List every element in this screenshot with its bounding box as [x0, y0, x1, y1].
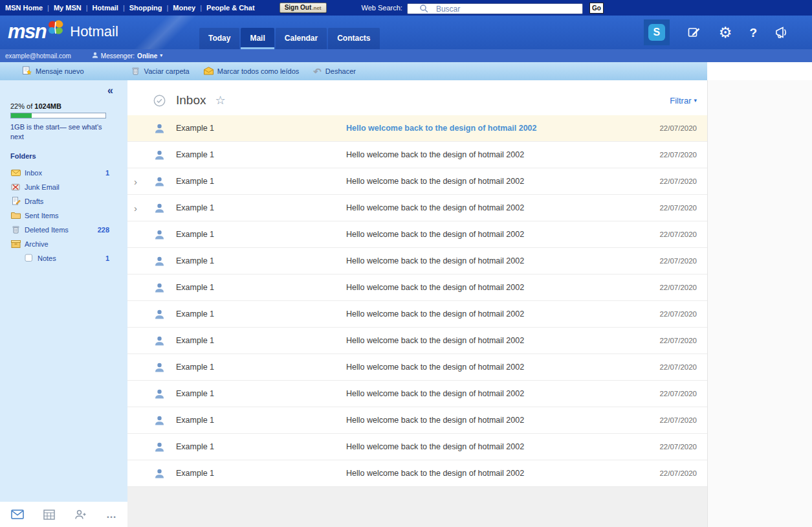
envelope-icon — [204, 67, 214, 76]
message-subject[interactable]: Hello welcome back to the design of hotm… — [346, 283, 632, 292]
filter-dropdown[interactable]: Filtrar ▾ — [670, 96, 697, 106]
select-all-checkbox[interactable] — [149, 95, 169, 107]
message-sender: Example 1 — [169, 309, 346, 319]
message-date: 22/07/2020 — [632, 230, 697, 238]
message-sender: Example 1 — [169, 177, 346, 186]
sidebar-folder-inbox[interactable]: Inbox 1 — [10, 166, 127, 180]
mark-all-read-button[interactable]: Marcar todos como leídos — [204, 67, 300, 76]
sidebar-folder-junk[interactable]: Junk Email — [10, 180, 127, 194]
message-sender: Example 1 — [169, 363, 346, 372]
folder-label: Drafts — [25, 197, 43, 205]
message-row[interactable]: › Example 1 Hello welcome back to the de… — [127, 195, 707, 221]
collapse-sidebar-icon[interactable]: « — [107, 85, 113, 96]
sidebar-folder-archive[interactable]: Archive — [10, 237, 127, 251]
message-row[interactable]: Example 1 Hello welcome back to the desi… — [127, 434, 707, 460]
message-row[interactable]: › Example 1 Hello welcome back to the de… — [127, 168, 707, 195]
new-message-button[interactable]: Mensaje nuevo — [22, 66, 84, 76]
expander-chevron-icon[interactable]: › — [134, 203, 149, 213]
mail-dock-icon[interactable] — [11, 510, 24, 520]
message-subject[interactable]: Hello welcome back to the design of hotm… — [346, 336, 632, 345]
message-row[interactable]: Example 1 Hello welcome back to the desi… — [127, 407, 707, 434]
message-subject[interactable]: Hello welcome back to the design of hotm… — [346, 442, 632, 451]
deleted-items-icon — [10, 225, 21, 234]
message-date: 22/07/2020 — [632, 337, 697, 344]
sender-avatar-icon — [149, 282, 169, 293]
new-message-label: Mensaje nuevo — [36, 67, 84, 75]
message-date: 22/07/2020 — [632, 124, 697, 132]
topnav-link-people-chat[interactable]: People & Chat — [206, 4, 255, 12]
message-subject[interactable]: Hello welcome back to the design of hotm… — [346, 309, 632, 319]
archive-icon — [10, 240, 21, 248]
message-subject[interactable]: Hello welcome back to the design of hotm… — [346, 230, 632, 239]
skype-icon[interactable]: S — [644, 19, 670, 45]
inbox-header: Inbox ☆ Filtrar ▾ — [127, 85, 707, 115]
message-subject[interactable]: Hello welcome back to the design of hotm… — [346, 363, 632, 372]
go-button[interactable]: Go — [589, 3, 604, 14]
gear-icon[interactable]: ⚙ — [719, 25, 732, 40]
folder-label: Inbox — [25, 169, 42, 177]
folder-count: 1 — [105, 169, 109, 177]
message-sender: Example 1 — [169, 150, 346, 159]
tab-today[interactable]: Today — [199, 28, 239, 49]
feedback-megaphone-icon[interactable] — [774, 26, 790, 39]
topnav-link-shopping[interactable]: Shopping — [129, 4, 162, 12]
messenger-status-control[interactable]: Messenger: Online ▾ — [92, 52, 162, 60]
undo-button[interactable]: ↶ Deshacer — [313, 67, 356, 76]
message-date: 22/07/2020 — [632, 257, 697, 265]
compose-icon[interactable] — [687, 25, 701, 39]
message-subject[interactable]: Hello welcome back to the design of hotm… — [346, 469, 632, 478]
contacts-dock-icon[interactable] — [74, 510, 87, 520]
topnav-link-money[interactable]: Money — [173, 4, 195, 12]
more-options-icon[interactable]: … — [106, 510, 116, 520]
message-row[interactable]: Example 1 Hello welcome back to the desi… — [127, 115, 707, 142]
message-row[interactable]: Example 1 Hello welcome back to the desi… — [127, 328, 707, 354]
tab-contacts[interactable]: Contacts — [328, 28, 379, 49]
sidebar-folder-notes[interactable]: Notes 1 — [10, 251, 127, 265]
message-row[interactable]: Example 1 Hello welcome back to the desi… — [127, 248, 707, 275]
calendar-dock-icon[interactable] — [43, 509, 55, 520]
sender-avatar-icon — [149, 176, 169, 187]
sidebar: « 22% of 1024MB 1GB is the start— see wh… — [0, 80, 127, 502]
topnav-link-hotmail[interactable]: Hotmail — [93, 4, 118, 12]
message-row[interactable]: Example 1 Hello welcome back to the desi… — [127, 142, 707, 168]
sidebar-folder-deleted[interactable]: Deleted Items 228 — [10, 223, 127, 237]
message-row[interactable]: Example 1 Hello welcome back to the desi… — [127, 221, 707, 248]
message-subject[interactable]: Hello welcome back to the design of hotm… — [346, 203, 632, 212]
folder-count: 1 — [105, 254, 109, 262]
message-row[interactable]: Example 1 Hello welcome back to the desi… — [127, 301, 707, 328]
message-subject[interactable]: Hello welcome back to the design of hotm… — [346, 150, 632, 159]
message-subject[interactable]: Hello welcome back to the design of hotm… — [346, 416, 632, 425]
separator: | — [86, 4, 88, 12]
message-subject[interactable]: Hello welcome back to the design of hotm… — [346, 389, 632, 398]
message-subject[interactable]: Hello welcome back to the design of hotm… — [346, 256, 632, 265]
star-icon[interactable]: ☆ — [215, 95, 225, 106]
sender-avatar-icon — [149, 229, 169, 240]
drafts-icon — [10, 197, 21, 205]
msn-hotmail-logo: msn Hotmail — [8, 20, 118, 43]
search-input[interactable] — [407, 3, 583, 14]
web-search: Web Search: Go — [362, 3, 604, 14]
folder-label: Archive — [25, 240, 49, 248]
sender-avatar-icon — [149, 150, 169, 161]
message-row[interactable]: Example 1 Hello welcome back to the desi… — [127, 460, 707, 487]
empty-folder-button[interactable]: Vaciar carpeta — [131, 67, 190, 76]
storage-used-text: 22% of — [10, 102, 32, 110]
storage-upsell-note[interactable]: 1GB is the start— see what's next — [10, 122, 109, 142]
expander-chevron-icon[interactable]: › — [134, 177, 149, 186]
help-icon[interactable]: ? — [749, 27, 757, 39]
sign-out-button[interactable]: Sign Out .net — [280, 3, 327, 13]
message-row[interactable]: Example 1 Hello welcome back to the desi… — [127, 275, 707, 301]
tab-calendar[interactable]: Calendar — [276, 28, 327, 49]
sidebar-column: « 22% of 1024MB 1GB is the start— see wh… — [0, 80, 127, 527]
message-date: 22/07/2020 — [632, 204, 697, 212]
message-subject[interactable]: Hello welcome back to the design of hotm… — [346, 177, 632, 186]
topnav-link-msn-home[interactable]: MSN Home — [5, 4, 43, 12]
message-sender: Example 1 — [169, 256, 346, 265]
tab-mail[interactable]: Mail — [241, 28, 274, 49]
message-row[interactable]: Example 1 Hello welcome back to the desi… — [127, 354, 707, 381]
message-row[interactable]: Example 1 Hello welcome back to the desi… — [127, 381, 707, 407]
sidebar-folder-sent[interactable]: Sent Items — [10, 208, 127, 223]
sidebar-folder-drafts[interactable]: Drafts — [10, 194, 127, 208]
message-subject[interactable]: Hello welcome back to the design of hotm… — [346, 124, 632, 133]
topnav-link-my-msn[interactable]: My MSN — [54, 4, 82, 12]
